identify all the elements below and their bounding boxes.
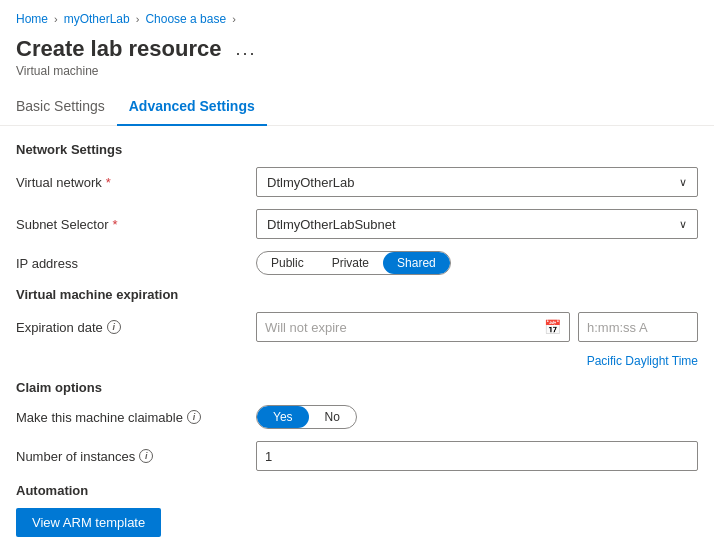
instances-label: Number of instances i: [16, 449, 256, 464]
breadcrumb-sep-3: ›: [232, 13, 236, 25]
breadcrumb-sep-1: ›: [54, 13, 58, 25]
yes-option[interactable]: Yes: [257, 406, 309, 428]
breadcrumb: Home › myOtherLab › Choose a base ›: [0, 0, 714, 32]
expiration-date-label: Expiration date i: [16, 320, 256, 335]
ip-selector-group: Public Private Shared: [256, 251, 451, 275]
claimable-label: Make this machine claimable i: [16, 410, 256, 425]
automation-title: Automation: [16, 483, 698, 498]
subnet-required: *: [113, 217, 118, 232]
yes-no-toggle-group: Yes No: [256, 405, 357, 429]
virtual-network-required: *: [106, 175, 111, 190]
ip-option-private[interactable]: Private: [318, 252, 383, 274]
time-placeholder: h:mm:ss A: [587, 320, 648, 335]
timezone-row: Pacific Daylight Time: [16, 354, 698, 368]
no-option[interactable]: No: [309, 406, 356, 428]
expiration-section-title: Virtual machine expiration: [16, 287, 698, 302]
virtual-network-label: Virtual network *: [16, 175, 256, 190]
virtual-network-value: DtlmyOtherLab: [267, 175, 354, 190]
breadcrumb-sep-2: ›: [136, 13, 140, 25]
page-header: Create lab resource ...: [0, 32, 714, 62]
subnet-dropdown[interactable]: DtlmyOtherLabSubnet ∨: [256, 209, 698, 239]
subnet-select[interactable]: DtlmyOtherLabSubnet ∨: [256, 209, 698, 239]
ip-address-row: IP address Public Private Shared: [16, 251, 698, 275]
subnet-chevron: ∨: [679, 218, 687, 231]
expiration-date-row: Expiration date i Will not expire 📅 h:mm…: [16, 312, 698, 342]
tab-basic-settings[interactable]: Basic Settings: [16, 90, 117, 126]
expiration-date-input[interactable]: Will not expire 📅: [256, 312, 570, 342]
ip-address-label: IP address: [16, 256, 256, 271]
ip-option-public[interactable]: Public: [257, 252, 318, 274]
view-arm-template-button[interactable]: View ARM template: [16, 508, 161, 537]
claimable-row: Make this machine claimable i Yes No: [16, 405, 698, 429]
expiration-info-icon[interactable]: i: [107, 320, 121, 334]
expiration-time-input[interactable]: h:mm:ss A: [578, 312, 698, 342]
ellipsis-menu-button[interactable]: ...: [231, 37, 260, 62]
subnet-row: Subnet Selector * DtlmyOtherLabSubnet ∨: [16, 209, 698, 239]
page-subtitle: Virtual machine: [0, 62, 714, 86]
page-title: Create lab resource: [16, 36, 221, 62]
tab-advanced-settings[interactable]: Advanced Settings: [117, 90, 267, 126]
breadcrumb-myotherlab[interactable]: myOtherLab: [64, 12, 130, 26]
ip-option-shared[interactable]: Shared: [383, 252, 450, 274]
virtual-network-select[interactable]: DtlmyOtherLab ∨: [256, 167, 698, 197]
breadcrumb-home[interactable]: Home: [16, 12, 48, 26]
ip-address-selector: Public Private Shared: [256, 251, 698, 275]
instances-row: Number of instances i: [16, 441, 698, 471]
expiration-date-placeholder: Will not expire: [265, 320, 347, 335]
claimable-info-icon[interactable]: i: [187, 410, 201, 424]
timezone-label: Pacific Daylight Time: [587, 354, 698, 368]
subnet-label: Subnet Selector *: [16, 217, 256, 232]
tab-bar: Basic Settings Advanced Settings: [0, 90, 714, 126]
subnet-value: DtlmyOtherLabSubnet: [267, 217, 396, 232]
claim-options-title: Claim options: [16, 380, 698, 395]
network-settings-section: Network Settings Virtual network * Dtlmy…: [16, 142, 698, 275]
content-area: Network Settings Virtual network * Dtlmy…: [0, 126, 714, 545]
virtual-network-row: Virtual network * DtlmyOtherLab ∨: [16, 167, 698, 197]
virtual-network-dropdown[interactable]: DtlmyOtherLab ∨: [256, 167, 698, 197]
network-settings-title: Network Settings: [16, 142, 698, 157]
instances-input[interactable]: [256, 441, 698, 471]
instances-info-icon[interactable]: i: [139, 449, 153, 463]
breadcrumb-choose-base[interactable]: Choose a base: [145, 12, 226, 26]
expiration-controls: Will not expire 📅 h:mm:ss A: [256, 312, 698, 342]
calendar-icon: 📅: [544, 319, 561, 335]
claimable-toggle: Yes No: [256, 405, 698, 429]
virtual-network-chevron: ∨: [679, 176, 687, 189]
instances-control[interactable]: [256, 441, 698, 471]
